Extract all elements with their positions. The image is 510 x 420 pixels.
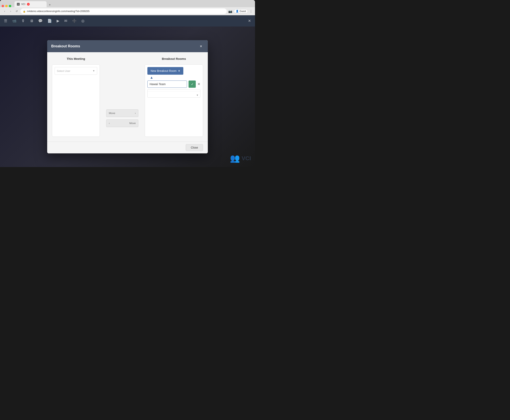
screen-share-icon[interactable]: 🖥 bbox=[30, 19, 33, 23]
close-modal-btn[interactable]: Close bbox=[186, 144, 203, 151]
move-left-btn[interactable]: ‹ Move bbox=[106, 120, 138, 127]
toolbar-close-icon[interactable]: ✕ bbox=[248, 19, 251, 23]
modal-footer: Close bbox=[47, 142, 208, 153]
room-name-row: ✓ ✕ bbox=[147, 81, 200, 88]
user-label: Guest bbox=[240, 10, 246, 13]
left-panel-title: This Meeting bbox=[52, 57, 100, 60]
breakout-rooms-modal: Breakout Rooms × This Meeting Select Use… bbox=[47, 40, 208, 153]
camera-icon: 📷 bbox=[228, 9, 232, 13]
move-right-label: Move bbox=[109, 112, 115, 115]
left-panel-content: Select User ▼ bbox=[52, 64, 100, 137]
vci-logo-text: VCI bbox=[241, 155, 251, 162]
maximize-window-btn[interactable] bbox=[9, 5, 11, 7]
main-content: Breakout Rooms × This Meeting Select Use… bbox=[0, 27, 255, 167]
mic-icon[interactable]: 🎙 bbox=[21, 19, 25, 23]
window-controls bbox=[2, 5, 11, 7]
mail-icon[interactable]: ✉ bbox=[64, 19, 67, 23]
app-toolbar: ☰ 📹 🎙 🖥 💬 📄 ▶ ✉ ➕ ◎ ✕ bbox=[0, 15, 255, 27]
check-icon: ✓ bbox=[191, 82, 194, 86]
forward-btn[interactable]: › bbox=[8, 9, 13, 14]
video-icon[interactable]: 📹 bbox=[12, 19, 16, 23]
play-icon[interactable]: ▶ bbox=[57, 19, 60, 23]
address-bar[interactable]: 🔒 m4demo.videoconferencinginfo.com/meeti… bbox=[21, 8, 227, 14]
document-icon[interactable]: 📄 bbox=[47, 19, 52, 23]
move-left-arrow-icon: ‹ bbox=[109, 122, 110, 125]
modal-close-btn[interactable]: × bbox=[198, 43, 204, 49]
move-left-label: Move bbox=[129, 122, 136, 125]
modal-header: Breakout Rooms × bbox=[47, 40, 208, 52]
modal-body: This Meeting Select User ▼ Move bbox=[47, 52, 208, 142]
refresh-btn[interactable]: ↺ bbox=[15, 9, 19, 14]
vci-logo-icon: 👥 bbox=[230, 154, 240, 163]
url-text: m4demo.videoconferencinginfo.com/meeting… bbox=[27, 10, 90, 13]
delete-room-btn[interactable]: ✕ bbox=[197, 82, 200, 86]
room-caret-icon: ▲ bbox=[150, 75, 200, 80]
right-panel-title: Breakout Rooms bbox=[145, 57, 203, 60]
room-divider bbox=[148, 91, 200, 91]
select-user-dropdown[interactable]: Select User ▼ bbox=[55, 67, 97, 75]
browser-window: V VCI × + ‹ › ↺ 🔒 m4demo.videoconferenci… bbox=[0, 0, 255, 167]
right-panel: Breakout Rooms New Breakout Room + ▲ bbox=[145, 57, 203, 137]
user-icon: 👤 bbox=[236, 10, 239, 13]
confirm-room-name-btn[interactable]: ✓ bbox=[188, 81, 196, 88]
dropdown-chevron-icon: ▼ bbox=[93, 69, 95, 72]
move-right-arrow-icon: › bbox=[135, 112, 136, 115]
breakout-room-item: ▼ bbox=[147, 89, 200, 98]
new-breakout-room-btn[interactable]: New Breakout Room + bbox=[147, 67, 183, 75]
modal-columns: This Meeting Select User ▼ Move bbox=[52, 57, 203, 137]
left-panel: This Meeting Select User ▼ bbox=[52, 57, 100, 137]
add-icon[interactable]: ➕ bbox=[72, 19, 76, 23]
address-bar-row: ‹ › ↺ 🔒 m4demo.videoconferencinginfo.com… bbox=[0, 7, 255, 15]
room-select-row: ▼ bbox=[148, 93, 200, 97]
right-panel-content: New Breakout Room + ▲ ✓ bbox=[145, 64, 203, 137]
tab-bar: V VCI × + bbox=[0, 0, 255, 7]
target-icon[interactable]: ◎ bbox=[81, 19, 84, 23]
chat-icon[interactable]: 💬 bbox=[38, 19, 43, 23]
vci-logo: 👥 VCI bbox=[230, 154, 251, 163]
new-tab-btn[interactable]: + bbox=[47, 2, 52, 7]
minimize-window-btn[interactable] bbox=[5, 5, 8, 7]
browser-actions: 📷 👤 Guest ⋮ bbox=[228, 9, 253, 13]
menu-icon[interactable]: ☰ bbox=[4, 19, 7, 23]
room-dropdown-chevron-icon: ▼ bbox=[196, 94, 199, 97]
new-room-btn-label: New Breakout Room bbox=[150, 69, 177, 73]
new-room-plus-icon: + bbox=[178, 69, 180, 73]
user-menu-btn[interactable]: 👤 Guest bbox=[234, 9, 248, 13]
modal-title: Breakout Rooms bbox=[51, 44, 80, 48]
room-name-input[interactable] bbox=[147, 81, 187, 88]
select-user-placeholder: Select User bbox=[57, 69, 70, 73]
tab-close-btn[interactable]: × bbox=[27, 3, 30, 6]
browser-tab[interactable]: V VCI × bbox=[15, 1, 47, 7]
move-right-btn[interactable]: Move › bbox=[106, 109, 138, 117]
tab-title: VCI bbox=[21, 3, 25, 6]
back-btn[interactable]: ‹ bbox=[2, 9, 7, 14]
close-window-btn[interactable] bbox=[2, 5, 4, 7]
more-options-icon[interactable]: ⋮ bbox=[249, 9, 253, 13]
middle-controls: Move › ‹ Move bbox=[105, 57, 140, 137]
lock-icon: 🔒 bbox=[23, 10, 26, 13]
tab-favicon: V bbox=[17, 3, 20, 6]
